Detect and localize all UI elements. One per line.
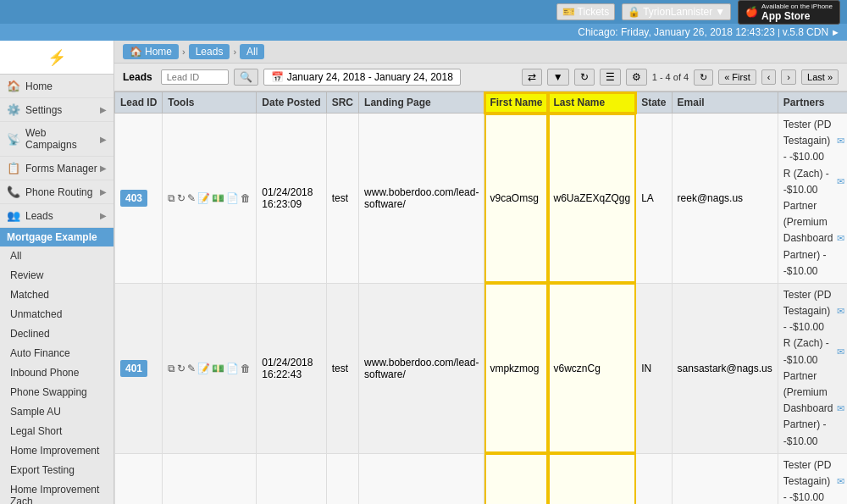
sidebar-item-home[interactable]: 🏠 Home <box>0 75 113 98</box>
col-header-dateposted[interactable]: Date Posted <box>257 92 326 114</box>
sync-button[interactable]: ⇄ <box>522 69 542 86</box>
sidebar-item-leads-label: Leads <box>25 210 53 222</box>
sidebar-sub-homeimprovement[interactable]: Home Improvement <box>0 441 113 461</box>
sidebar-group-header: Mortgage Example <box>0 228 113 246</box>
breadcrumb-home[interactable]: 🏠 Home <box>123 44 179 59</box>
email-icon[interactable]: ✉ <box>837 174 844 190</box>
sidebar-sub-all[interactable]: All <box>0 246 113 266</box>
partner-name: Tester (PD Testagain) - -$10.00 <box>783 457 833 504</box>
sidebar-item-formsmanager-label: Forms Manager <box>25 163 97 174</box>
note-icon[interactable]: 📝 <box>197 192 210 204</box>
email-icon[interactable]: ✉ <box>837 304 844 319</box>
date-range-label: January 24, 2018 - January 24, 2018 <box>287 71 453 83</box>
email-icon[interactable]: ✉ <box>837 474 844 490</box>
col-header-src[interactable]: SRC <box>326 92 358 114</box>
email-icon[interactable]: ✉ <box>837 345 844 360</box>
sidebar-sub-unmatched[interactable]: Unmatched <box>0 305 113 324</box>
copy-icon[interactable]: ⧉ <box>168 363 175 374</box>
sidebar: ⚡ 🏠 Home ⚙️ Settings ▶ 📡 Web Campaigns ▶ <box>0 41 114 504</box>
email-icon[interactable]: ✉ <box>837 231 844 246</box>
settings-button[interactable]: ⚙ <box>626 69 647 86</box>
doc-icon[interactable]: 📄 <box>226 363 239 374</box>
sidebar-sub-legalshort[interactable]: Legal Short <box>0 422 113 441</box>
col-header-state[interactable]: State <box>636 92 672 114</box>
note-icon[interactable]: 📝 <box>197 363 210 374</box>
list-view-button[interactable]: ☰ <box>600 69 621 86</box>
cell-date: 01/24/2018 16:23:09 <box>257 114 326 284</box>
delete-icon[interactable]: 🗑 <box>241 192 251 204</box>
table-row: 403 ⧉ ↻ ✎ 📝 💵 📄 🗑 01/24/2018 16:23:09tes… <box>115 114 848 284</box>
money-icon[interactable]: 💵 <box>212 363 224 374</box>
appstore-button[interactable]: 🍎 Available on the iPhone App Store <box>738 0 840 25</box>
partner-name: Tester (PD Testagain) - -$10.00 <box>783 117 833 166</box>
refresh-button[interactable]: ↻ <box>574 69 595 86</box>
lead-id-badge[interactable]: 403 <box>120 190 147 207</box>
prev-page-button[interactable]: ‹ <box>761 69 777 85</box>
sidebar-item-leads[interactable]: 👥 Leads ▶ <box>0 204 113 228</box>
cell-firstname: v9caOmsg <box>484 114 548 284</box>
sidebar-sub-sampleau[interactable]: Sample AU <box>0 402 113 422</box>
col-header-email[interactable]: Email <box>672 92 778 114</box>
toolbar-leads-label: Leads <box>123 71 152 83</box>
table-row: 401 ⧉ ↻ ✎ 📝 💵 📄 🗑 01/24/2018 16:22:43tes… <box>115 283 848 453</box>
tickets-button[interactable]: 🎫 Tickets <box>556 3 616 20</box>
home-icon: 🏠 <box>7 80 20 92</box>
sidebar-sub-autofinance[interactable]: Auto Finance <box>0 344 113 363</box>
leads-table: Lead ID Tools Date Posted SRC Landing Pa… <box>114 91 847 504</box>
email-icon[interactable]: ✉ <box>837 402 844 417</box>
col-header-partners[interactable]: Partners <box>778 92 847 114</box>
leads-icon: 👥 <box>7 209 20 222</box>
second-bar: Chicago: Friday, January 26, 2018 12:43:… <box>0 24 847 41</box>
col-header-leadid[interactable]: Lead ID <box>115 92 163 114</box>
cell-src: test <box>326 114 358 284</box>
phonerouting-icon: 📞 <box>7 186 20 198</box>
page-refresh-button[interactable]: ↻ <box>694 69 713 86</box>
search-button[interactable]: 🔍 <box>234 69 258 86</box>
cell-state: LA <box>636 114 672 284</box>
sidebar-sub-declined[interactable]: Declined <box>0 324 113 344</box>
sidebar-sub-phoneswapping[interactable]: Phone Swapping <box>0 383 113 402</box>
user-button[interactable]: 🔒 TyrionLannister ▼ <box>622 3 731 20</box>
col-header-lastname[interactable]: Last Name <box>548 92 636 114</box>
col-header-landingpage[interactable]: Landing Page <box>359 92 484 114</box>
filter-button[interactable]: ▼ <box>547 69 569 86</box>
lead-id-badge[interactable]: 401 <box>120 360 147 377</box>
cell-lastname: v6wcznCg <box>548 453 636 504</box>
sidebar-sub-inboundphone[interactable]: Inbound Phone <box>0 363 113 383</box>
first-page-button[interactable]: « First <box>718 69 756 85</box>
copy-icon[interactable]: ⧉ <box>168 192 175 204</box>
breadcrumb-sep2: › <box>233 47 236 57</box>
chevron-right-icon: ▶ <box>100 105 107 114</box>
email-icon[interactable]: ✉ <box>837 134 844 149</box>
last-page-button[interactable]: Last » <box>801 69 839 85</box>
formsmanager-icon: 📋 <box>7 162 20 174</box>
chevron-right-icon: ▶ <box>100 135 107 144</box>
cell-tools: ⧉ ↻ ✎ 📝 💵 📄 🗑 <box>163 283 257 453</box>
doc-icon[interactable]: 📄 <box>226 192 239 204</box>
sidebar-sub-exporttesting[interactable]: Export Testing <box>0 461 113 480</box>
refresh-icon[interactable]: ↻ <box>177 363 185 374</box>
cell-leadid: 403 <box>115 114 163 284</box>
sidebar-sub-matched[interactable]: Matched <box>0 285 113 305</box>
date-range-button[interactable]: 📅 January 24, 2018 - January 24, 2018 <box>263 69 461 86</box>
breadcrumb-all[interactable]: All <box>240 44 264 59</box>
col-header-tools[interactable]: Tools <box>163 92 257 114</box>
search-input[interactable] <box>161 69 229 85</box>
sidebar-item-settings[interactable]: ⚙️ Settings ▶ <box>0 98 113 122</box>
edit-icon[interactable]: ✎ <box>187 363 196 374</box>
cell-firstname: vmpkzmog <box>484 283 548 453</box>
sidebar-item-webcampaigns[interactable]: 📡 Web Campaigns ▶ <box>0 122 113 157</box>
col-header-firstname[interactable]: First Name <box>484 92 548 114</box>
partner-name: Partner (Premium Dashboard Partner) - -$… <box>783 198 833 280</box>
delete-icon[interactable]: 🗑 <box>241 363 251 374</box>
sidebar-item-phonerouting[interactable]: 📞 Phone Routing ▶ <box>0 180 113 204</box>
sidebar-sub-homeimprovementzach[interactable]: Home Improvement Zach <box>0 480 113 504</box>
sidebar-sub-review[interactable]: Review <box>0 266 113 285</box>
edit-icon[interactable]: ✎ <box>187 192 196 204</box>
sidebar-item-formsmanager[interactable]: 📋 Forms Manager ▶ <box>0 157 113 180</box>
money-icon[interactable]: 💵 <box>212 192 224 204</box>
breadcrumb-leads[interactable]: Leads <box>189 44 230 59</box>
next-page-button[interactable]: › <box>781 69 796 85</box>
cell-email: sansastark@nags.us <box>672 283 778 453</box>
refresh-icon[interactable]: ↻ <box>177 192 185 204</box>
